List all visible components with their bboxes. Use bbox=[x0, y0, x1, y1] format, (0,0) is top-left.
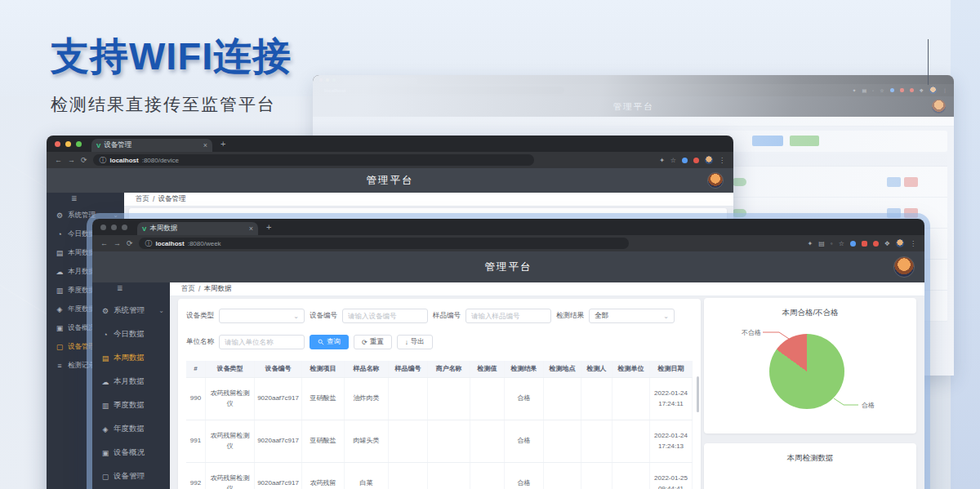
key-icon[interactable]: ✦ bbox=[852, 87, 856, 93]
chrome-profile-avatar[interactable] bbox=[896, 239, 904, 247]
address-bar[interactable]: localhost bbox=[319, 87, 564, 94]
close-tab-icon[interactable]: × bbox=[203, 141, 207, 149]
browser-tab[interactable] bbox=[344, 78, 417, 84]
breadcrumb-home[interactable]: 首页 bbox=[181, 284, 195, 294]
extensions-puzzle-icon[interactable]: ❖ bbox=[920, 87, 924, 93]
extension-icon-red[interactable] bbox=[693, 158, 699, 163]
menu-kebab-icon[interactable]: ⋮ bbox=[910, 240, 916, 247]
export-button[interactable]: ↓ 导出 bbox=[397, 335, 433, 349]
new-tab-icon[interactable]: + bbox=[266, 222, 271, 232]
translate-icon[interactable]: ▤ bbox=[818, 240, 825, 247]
zoom-window-icon[interactable] bbox=[332, 78, 336, 82]
ghost-add-button[interactable] bbox=[790, 136, 819, 146]
sidebar-item-label: 季度数据 bbox=[68, 286, 96, 296]
reset-button[interactable]: ⟳ 重置 bbox=[354, 335, 392, 349]
result-select[interactable]: 全部 ⌄ bbox=[589, 309, 675, 323]
browser-tab[interactable]: V 本周数据 × bbox=[137, 222, 258, 235]
address-bar[interactable]: ⓘ localhost :8080/device bbox=[93, 154, 534, 166]
table-cell: 9020aaf7c917 bbox=[255, 463, 302, 489]
device-type-select[interactable]: ⌄ bbox=[219, 309, 305, 323]
extension-icon-blue[interactable] bbox=[682, 158, 688, 163]
table-cell: 油炸肉类 bbox=[345, 378, 389, 420]
extension-icon-red-square[interactable] bbox=[900, 88, 904, 92]
extension-icon-red-square[interactable] bbox=[862, 241, 867, 247]
extension-icon-red[interactable] bbox=[873, 241, 879, 247]
extensions-puzzle-icon[interactable]: ❖ bbox=[884, 240, 890, 247]
sidebar-item-year[interactable]: ◈年度数据 bbox=[92, 417, 170, 441]
reload-icon[interactable]: ⟳ bbox=[127, 239, 133, 247]
back-icon[interactable]: ← bbox=[100, 239, 108, 247]
forward-icon[interactable]: → bbox=[68, 156, 75, 164]
sidebar-item-label: 本月数据 bbox=[68, 267, 96, 277]
minimize-window-icon[interactable] bbox=[65, 141, 71, 147]
sidebar-item-today[interactable]: ◔今日数据 bbox=[92, 322, 170, 346]
sidebar-item-quarter[interactable]: ▥季度数据 bbox=[92, 393, 170, 417]
back-icon[interactable]: ← bbox=[55, 156, 62, 164]
ghost-status-toggle[interactable] bbox=[732, 178, 746, 186]
ink-drop-icon[interactable]: ◦ bbox=[872, 88, 874, 93]
sample-no-label: 样品编号 bbox=[433, 311, 461, 321]
ghost-search-button[interactable] bbox=[752, 136, 783, 146]
ghost-edit-button[interactable] bbox=[887, 208, 901, 218]
close-tab-icon[interactable]: × bbox=[249, 224, 253, 233]
close-window-icon[interactable] bbox=[55, 141, 60, 147]
collapse-menu-icon[interactable]: ≣ bbox=[71, 194, 78, 202]
device-no-input[interactable] bbox=[342, 309, 428, 323]
breadcrumb-home[interactable]: 首页 bbox=[136, 194, 149, 204]
ghost-delete-button[interactable] bbox=[904, 208, 918, 218]
translate-icon[interactable]: ▤ bbox=[862, 87, 866, 93]
site-info-icon[interactable]: ⓘ bbox=[100, 155, 107, 166]
chrome-profile-avatar[interactable] bbox=[929, 87, 937, 94]
ink-drop-icon[interactable]: ◦ bbox=[831, 240, 833, 247]
ghost-edit-button[interactable] bbox=[887, 177, 901, 187]
table-header-cell: 检测单位 bbox=[612, 361, 650, 377]
table-cell: 肉罐头类 bbox=[345, 420, 389, 462]
reload-icon[interactable]: ⟳ bbox=[81, 156, 87, 164]
close-window-icon[interactable] bbox=[100, 224, 106, 230]
ghost-status-toggle[interactable] bbox=[732, 209, 746, 217]
table-scrollbar[interactable] bbox=[697, 376, 699, 412]
table-cell: 农药残留检测仪 bbox=[206, 420, 255, 462]
new-tab-icon[interactable]: + bbox=[220, 139, 225, 149]
sidebar-item-week[interactable]: ▤本周数据 bbox=[92, 346, 170, 370]
ghost-delete-button[interactable] bbox=[904, 177, 918, 187]
address-bar[interactable]: ⓘ localhost :8080/week bbox=[139, 238, 629, 249]
extension-icon-blue[interactable] bbox=[890, 88, 894, 92]
breadcrumb-current: 设备管理 bbox=[158, 194, 185, 204]
user-avatar[interactable] bbox=[932, 100, 946, 113]
table-cell: 白菜 bbox=[345, 463, 389, 489]
user-avatar[interactable] bbox=[707, 172, 724, 189]
menu-kebab-icon[interactable]: ⋮ bbox=[942, 87, 947, 93]
sidebar-item-label: 本月数据 bbox=[114, 376, 145, 387]
search-button[interactable]: 查询 bbox=[310, 335, 349, 349]
minimize-window-icon[interactable] bbox=[111, 224, 117, 230]
collapse-menu-icon[interactable]: ≣ bbox=[117, 284, 123, 292]
menu-kebab-icon[interactable]: ⋮ bbox=[719, 157, 725, 164]
zoom-window-icon[interactable] bbox=[122, 224, 127, 230]
window-controls[interactable] bbox=[100, 224, 127, 230]
bookmark-star-icon[interactable]: ☆ bbox=[839, 240, 844, 247]
window-controls[interactable] bbox=[319, 78, 336, 82]
sidebar-item-system[interactable]: ⚙系统管理⌄ bbox=[92, 299, 170, 322]
sidebar-item-overview[interactable]: ▣设备概况 bbox=[92, 441, 170, 465]
sidebar-item-device[interactable]: ▢设备管理 bbox=[92, 465, 170, 488]
bookmark-star-icon[interactable]: ☆ bbox=[880, 87, 884, 93]
chrome-profile-avatar[interactable] bbox=[705, 156, 713, 164]
sidebar-item-month[interactable]: ☁本月数据 bbox=[92, 370, 170, 393]
sample-no-input[interactable] bbox=[466, 309, 551, 323]
user-avatar[interactable] bbox=[893, 256, 915, 278]
forward-icon[interactable]: → bbox=[114, 239, 121, 247]
site-info-icon[interactable]: ⓘ bbox=[145, 238, 153, 249]
key-icon[interactable]: ✦ bbox=[808, 240, 813, 247]
minimize-window-icon[interactable] bbox=[326, 78, 329, 82]
browser-tab[interactable]: V 设备管理 × bbox=[91, 139, 212, 152]
unit-name-input[interactable] bbox=[219, 335, 305, 349]
extension-icon-blue[interactable] bbox=[850, 241, 856, 247]
key-icon[interactable]: ✦ bbox=[659, 157, 665, 164]
close-window-icon[interactable] bbox=[319, 78, 323, 82]
window-controls[interactable] bbox=[55, 141, 82, 147]
extension-icon-red[interactable] bbox=[910, 88, 914, 92]
bookmark-star-icon[interactable]: ☆ bbox=[670, 157, 676, 164]
zoom-window-icon[interactable] bbox=[76, 141, 82, 147]
sidebar-item-label: 年度数据 bbox=[68, 305, 96, 314]
